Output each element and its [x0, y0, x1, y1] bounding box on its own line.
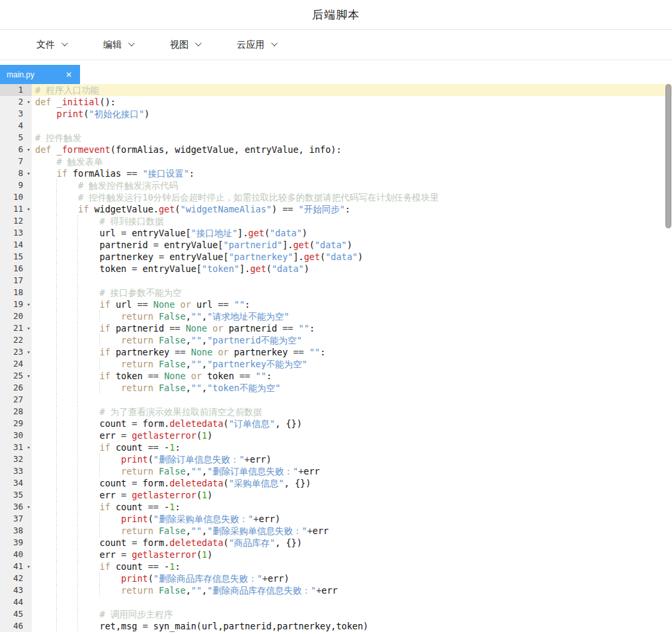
code-line[interactable]: 7 # 触发表单 — [0, 156, 672, 167]
code-line[interactable]: 11▾ if widgetValue.get("widgetNameAlias"… — [0, 203, 672, 215]
code-line[interactable]: 9 # 触发控件触发演示代码 — [0, 179, 672, 191]
code-line-text[interactable]: print("删除商品库存信息失败："+err) — [32, 572, 672, 584]
tab-main-py[interactable]: main.py ✕ — [0, 65, 80, 84]
code-line-text[interactable]: # 控件触发 — [32, 132, 672, 144]
code-line[interactable]: 41▾ if count == -1: — [0, 561, 672, 572]
code-line[interactable]: 29 count = form.deletedata("订单信息", {}) — [0, 418, 672, 430]
fold-arrow-icon[interactable]: ▾ — [27, 346, 30, 358]
scrollbar-thumb[interactable] — [665, 84, 671, 228]
code-line[interactable]: 14 partnerid = entryValue["partnerid"].g… — [0, 239, 672, 251]
code-line-text[interactable] — [32, 394, 672, 406]
code-line[interactable]: 3 print("初始化接口") — [0, 108, 672, 120]
code-line[interactable]: 26 return False,"","token不能为空" — [0, 382, 672, 394]
code-line-text[interactable]: print("初始化接口") — [32, 108, 672, 120]
code-line-text[interactable]: err = getlasterror(1) — [32, 489, 672, 501]
fold-arrow-icon[interactable]: ▾ — [27, 561, 30, 572]
menu-view[interactable]: 视图 — [170, 39, 200, 51]
code-line[interactable]: 6▾def _formevent(formAlias, widgetValue,… — [0, 144, 672, 156]
code-line[interactable]: 23▾ if partnerkey == None or partnerkey … — [0, 346, 672, 358]
code-line[interactable]: 36▾ if count == -1: — [0, 501, 672, 513]
code-line[interactable]: 18 # 接口参数不能为空 — [0, 287, 672, 298]
code-line[interactable]: 17 — [0, 275, 672, 287]
code-line[interactable]: 42 print("删除商品库存信息失败："+err) — [0, 572, 672, 584]
code-line[interactable]: 34 count = form.deletedata("采购单信息", {}) — [0, 477, 672, 489]
code-line[interactable]: 44 — [0, 596, 672, 608]
fold-arrow-icon[interactable]: ▾ — [27, 501, 30, 513]
menu-edit[interactable]: 编辑 — [103, 39, 133, 51]
code-line-text[interactable]: ret,msg = syn_main(url,partnerid,partner… — [32, 620, 672, 632]
code-line-text[interactable]: return False,"","partnerid不能为空" — [32, 334, 672, 346]
code-line-text[interactable]: if url == None or url == "": — [32, 298, 672, 310]
code-line-text[interactable]: if count == -1: — [32, 441, 672, 453]
code-line-text[interactable]: print("删除采购单信息失败："+err) — [32, 513, 672, 525]
code-line[interactable]: 33 return False,"","删除订单信息失败："+err — [0, 465, 672, 477]
fold-arrow-icon[interactable]: ▾ — [27, 203, 30, 215]
code-line-text[interactable]: count = form.deletedata("订单信息", {}) — [32, 418, 672, 430]
code-line-text[interactable]: return False,"","token不能为空" — [32, 382, 672, 394]
code-line[interactable]: 2▾def _initial(): — [0, 96, 672, 108]
code-line-text[interactable]: err = getlasterror(1) — [32, 430, 672, 441]
fold-arrow-icon[interactable]: ▾ — [27, 441, 30, 453]
fold-arrow-icon[interactable]: ▾ — [27, 322, 30, 334]
code-line-text[interactable]: count = form.deletedata("商品库存", {}) — [32, 537, 672, 549]
code-line-text[interactable] — [32, 275, 672, 287]
code-line-text[interactable]: # 接口参数不能为空 — [32, 287, 672, 298]
menu-cloud-app[interactable]: 云应用 — [237, 39, 276, 51]
code-line-text[interactable]: partnerkey = entryValue["partnerkey"].ge… — [32, 251, 672, 263]
code-line[interactable]: 22 return False,"","partnerid不能为空" — [0, 334, 672, 346]
code-line-text[interactable]: if formAlias == "接口设置": — [32, 167, 672, 179]
code-line[interactable]: 12 # 得到接口数据 — [0, 215, 672, 227]
code-line-text[interactable]: print("删除订单信息失败："+err) — [32, 453, 672, 465]
code-line-text[interactable] — [32, 596, 672, 608]
code-line-text[interactable]: if partnerkey == None or partnerkey == "… — [32, 346, 672, 358]
code-line-text[interactable]: token = entryValue["token"].get("data") — [32, 263, 672, 275]
code-line-text[interactable]: count = form.deletedata("采购单信息", {}) — [32, 477, 672, 489]
code-line-text[interactable]: if token == None or token == "": — [32, 370, 672, 382]
code-editor[interactable]: 1# 程序入口功能2▾def _initial():3 print("初始化接口… — [0, 84, 672, 633]
code-line[interactable]: 46 ret,msg = syn_main(url,partnerid,part… — [0, 620, 672, 632]
code-line-text[interactable]: return False,"","请求地址不能为空" — [32, 310, 672, 322]
code-line[interactable]: 35 err = getlasterror(1) — [0, 489, 672, 501]
fold-arrow-icon[interactable]: ▾ — [27, 144, 30, 156]
code-line-text[interactable]: # 为了查看演示效果拉取前清空之前数据 — [32, 406, 672, 418]
code-line-text[interactable]: # 调用同步主程序 — [32, 608, 672, 620]
code-line-text[interactable] — [32, 120, 672, 132]
code-line-text[interactable]: if widgetValue.get("widgetNameAlias") ==… — [32, 203, 672, 215]
code-line[interactable]: 39 count = form.deletedata("商品库存", {}) — [0, 537, 672, 549]
code-line-text[interactable]: partnerid = entryValue["partnerid"].get(… — [32, 239, 672, 251]
close-icon[interactable]: ✕ — [65, 71, 72, 79]
fold-arrow-icon[interactable]: ▾ — [27, 298, 30, 310]
code-line[interactable]: 15 partnerkey = entryValue["partnerkey"]… — [0, 251, 672, 263]
code-line[interactable]: 20 return False,"","请求地址不能为空" — [0, 310, 672, 322]
code-line[interactable]: 10 # 控件触发运行10分钟后会超时停止，如需拉取比较多的数据请把代码写在计划… — [0, 191, 672, 203]
code-line[interactable]: 40 err = getlasterror(1) — [0, 549, 672, 561]
code-line[interactable]: 24 return False,"","partnerkey不能为空" — [0, 358, 672, 370]
code-line-text[interactable]: # 程序入口功能 — [32, 84, 672, 96]
code-line[interactable]: 37 print("删除采购单信息失败："+err) — [0, 513, 672, 525]
code-line-text[interactable]: err = getlasterror(1) — [32, 549, 672, 561]
code-line[interactable]: 43 return False,"","删除商品库存信息失败："+err — [0, 584, 672, 596]
code-line-text[interactable]: return False,"","partnerkey不能为空" — [32, 358, 672, 370]
code-line[interactable]: 21▾ if partnerid == None or partnerid ==… — [0, 322, 672, 334]
code-line[interactable]: 13 url = entryValue["接口地址"].get("data") — [0, 227, 672, 239]
menu-file[interactable]: 文件 — [36, 39, 66, 51]
code-line-text[interactable]: return False,"","删除商品库存信息失败："+err — [32, 584, 672, 596]
fold-arrow-icon[interactable]: ▾ — [27, 167, 30, 179]
code-line[interactable]: 45 # 调用同步主程序 — [0, 608, 672, 620]
code-line[interactable]: 4 — [0, 120, 672, 132]
code-line-text[interactable]: def _initial(): — [32, 96, 672, 108]
code-line-text[interactable]: if partnerid == None or partnerid == "": — [32, 322, 672, 334]
code-line-text[interactable]: # 触发控件触发演示代码 — [32, 179, 672, 191]
code-line-text[interactable]: if count == -1: — [32, 561, 672, 572]
code-line[interactable]: 25▾ if token == None or token == "": — [0, 370, 672, 382]
code-line-text[interactable]: # 得到接口数据 — [32, 215, 672, 227]
code-line-text[interactable]: if count == -1: — [32, 501, 672, 513]
code-line[interactable]: 31▾ if count == -1: — [0, 441, 672, 453]
code-line-text[interactable]: def _formevent(formAlias, widgetValue, e… — [32, 144, 672, 156]
code-line-text[interactable]: url = entryValue["接口地址"].get("data") — [32, 227, 672, 239]
code-line[interactable]: 30 err = getlasterror(1) — [0, 430, 672, 441]
code-line-text[interactable]: # 触发表单 — [32, 156, 672, 167]
fold-arrow-icon[interactable]: ▾ — [27, 96, 30, 108]
code-line[interactable]: 1# 程序入口功能 — [0, 84, 672, 96]
code-line[interactable]: 32 print("删除订单信息失败："+err) — [0, 453, 672, 465]
